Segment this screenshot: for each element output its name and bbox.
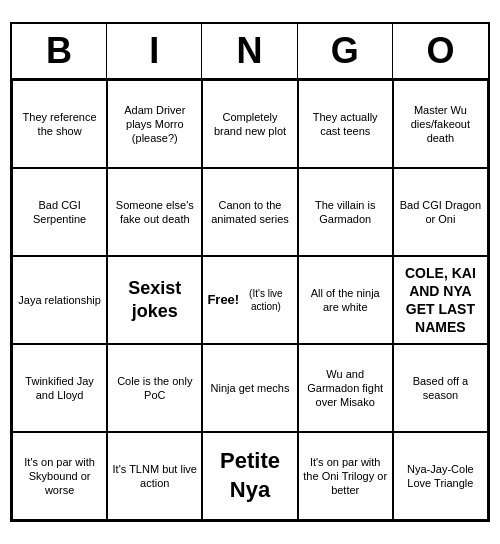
bingo-cell-16[interactable]: Cole is the only PoC xyxy=(107,344,202,432)
bingo-cell-8[interactable]: The villain is Garmadon xyxy=(298,168,393,256)
letter-i: I xyxy=(107,24,202,78)
bingo-header: B I N G O xyxy=(12,24,488,80)
bingo-cell-23[interactable]: It's on par with the Oni Trilogy or bett… xyxy=(298,432,393,520)
bingo-cell-22[interactable]: Petite Nya xyxy=(202,432,297,520)
bingo-cell-11[interactable]: Sexist jokes xyxy=(107,256,202,344)
letter-b: B xyxy=(12,24,107,78)
letter-n: N xyxy=(202,24,297,78)
bingo-grid: They reference the showAdam Driver plays… xyxy=(12,80,488,520)
bingo-cell-0[interactable]: They reference the show xyxy=(12,80,107,168)
bingo-cell-19[interactable]: Based off a season xyxy=(393,344,488,432)
bingo-cell-5[interactable]: Bad CGI Serpentine xyxy=(12,168,107,256)
bingo-cell-2[interactable]: Completely brand new plot xyxy=(202,80,297,168)
bingo-cell-10[interactable]: Jaya relationship xyxy=(12,256,107,344)
bingo-cell-1[interactable]: Adam Driver plays Morro (please?) xyxy=(107,80,202,168)
bingo-cell-17[interactable]: Ninja get mechs xyxy=(202,344,297,432)
bingo-cell-12[interactable]: Free!(It's live action) xyxy=(202,256,297,344)
bingo-cell-24[interactable]: Nya-Jay-Cole Love Triangle xyxy=(393,432,488,520)
bingo-cell-21[interactable]: It's TLNM but live action xyxy=(107,432,202,520)
bingo-cell-4[interactable]: Master Wu dies/fakeout death xyxy=(393,80,488,168)
letter-o: O xyxy=(393,24,488,78)
letter-g: G xyxy=(298,24,393,78)
bingo-card: B I N G O They reference the showAdam Dr… xyxy=(10,22,490,522)
bingo-cell-18[interactable]: Wu and Garmadon fight over Misako xyxy=(298,344,393,432)
bingo-cell-15[interactable]: Twinkified Jay and Lloyd xyxy=(12,344,107,432)
bingo-cell-9[interactable]: Bad CGI Dragon or Oni xyxy=(393,168,488,256)
bingo-cell-3[interactable]: They actually cast teens xyxy=(298,80,393,168)
bingo-cell-7[interactable]: Canon to the animated series xyxy=(202,168,297,256)
bingo-cell-20[interactable]: It's on par with Skybound or worse xyxy=(12,432,107,520)
bingo-cell-14[interactable]: COLE, KAI AND NYA GET LAST NAMES xyxy=(393,256,488,344)
bingo-cell-13[interactable]: All of the ninja are white xyxy=(298,256,393,344)
bingo-cell-6[interactable]: Someone else's fake out death xyxy=(107,168,202,256)
